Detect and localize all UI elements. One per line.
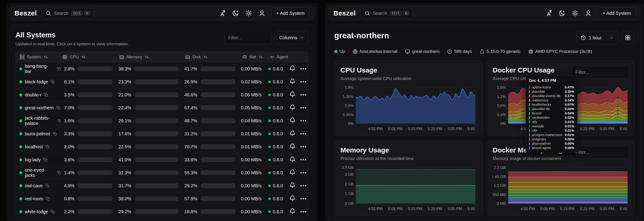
bell-icon[interactable] bbox=[289, 208, 296, 214]
row-menu-button[interactable]: ••• bbox=[300, 196, 308, 202]
settings-gear-icon[interactable] bbox=[245, 10, 252, 17]
system-row-one-eyed-jacks[interactable]: one-eyed-jacks 1.4% 32.3% 55.3% 0.00 MB/… bbox=[16, 166, 308, 179]
row-menu-button[interactable]: ••• bbox=[300, 79, 308, 85]
row-menu-button[interactable]: ••• bbox=[300, 131, 308, 137]
columns-button[interactable]: Columns bbox=[275, 31, 308, 44]
copy-icon[interactable] bbox=[53, 132, 57, 136]
server-icon bbox=[19, 54, 25, 60]
bell-icon[interactable] bbox=[289, 169, 296, 175]
layout-grid-button[interactable] bbox=[621, 31, 635, 45]
bell-icon[interactable] bbox=[289, 65, 296, 72]
cpu-bar bbox=[78, 118, 113, 123]
copy-icon[interactable] bbox=[50, 80, 55, 84]
net-value: 0.01 MB/s bbox=[241, 131, 268, 136]
system-row-jack-rabbits-palace[interactable]: jack-rabbits-palace 1.6% 26.1% 48.7% 0.0… bbox=[16, 114, 308, 127]
row-menu-button[interactable]: ••• bbox=[300, 157, 308, 163]
system-row-log-lady[interactable]: log-lady 3.6% 41.0% 33.8% 0.00 MB/s 0.8.… bbox=[16, 153, 308, 166]
bell-icon[interactable] bbox=[289, 156, 296, 162]
copy-icon[interactable] bbox=[50, 209, 55, 214]
memory-cell: 17.6% bbox=[118, 131, 184, 136]
row-menu-button[interactable]: ••• bbox=[300, 209, 308, 215]
system-row-double-r[interactable]: double-r 3.5% 21.0% 46.6% 0.06 MB/s 0.8.… bbox=[16, 88, 308, 101]
row-menu-button[interactable]: ••• bbox=[300, 118, 308, 124]
systems-filter-input[interactable] bbox=[224, 31, 272, 44]
meta-separator bbox=[443, 49, 443, 54]
row-menu-button[interactable]: ••• bbox=[300, 66, 308, 72]
add-system-button[interactable]: + Add System bbox=[272, 7, 309, 19]
bell-icon[interactable] bbox=[289, 182, 296, 188]
user-icon[interactable] bbox=[584, 10, 592, 17]
memory-value: 31.7% bbox=[118, 183, 131, 188]
series-value: 0.00% bbox=[565, 137, 574, 141]
series-color-chip bbox=[529, 146, 530, 149]
system-row-white-lodge[interactable]: white-lodge 2.2% 29.2% 19.8% 0.00 MB/s 0… bbox=[16, 205, 308, 218]
system-row-laura-palmer[interactable]: laura-palmer 3.3% 17.6% 31.2% 0.01 MB/s … bbox=[16, 127, 308, 140]
bell-icon[interactable] bbox=[289, 130, 296, 136]
bell-icon[interactable] bbox=[289, 104, 296, 111]
row-menu-button[interactable]: ••• bbox=[300, 183, 308, 189]
row-menu-button[interactable]: ••• bbox=[300, 92, 308, 98]
system-row-great-northern[interactable]: great-northern 7.0% 22.4% 67.4% 0.05 MB/… bbox=[16, 101, 308, 114]
copy-icon[interactable] bbox=[57, 67, 61, 71]
column-header-disk[interactable]: Disk bbox=[184, 54, 241, 60]
navbar: Beszel Search Ctrl K + Add System bbox=[328, 6, 641, 21]
chart-plot-cpu[interactable]: 1.8%1.35%0.9%0.45%0%4:55 PM5:05 PM5:15 P… bbox=[340, 86, 476, 133]
disk-bar bbox=[200, 170, 236, 175]
settings-gear-icon[interactable] bbox=[572, 10, 579, 17]
chart-plot-docker_mem[interactable]: 2.2 GB1.65 GB1.1 GB550 MB0 MB4:55 PM5:05… bbox=[493, 166, 628, 212]
column-header-system[interactable]: System bbox=[16, 54, 61, 60]
add-system-button[interactable]: + Add System bbox=[598, 7, 636, 19]
disk-bar bbox=[200, 157, 236, 162]
system-row-black-lodge[interactable]: black-lodge 6.1% 23.3% 26.9% 0.02 MB/s 0… bbox=[16, 75, 308, 88]
language-icon[interactable] bbox=[545, 10, 552, 17]
row-menu-button[interactable]: ••• bbox=[300, 144, 308, 150]
column-header-agent[interactable]: Agent bbox=[268, 54, 289, 60]
theme-moon-icon[interactable] bbox=[232, 10, 239, 17]
column-header-net[interactable]: Net bbox=[241, 54, 268, 60]
search-shortcut: Ctrl K bbox=[390, 11, 409, 16]
bell-icon[interactable] bbox=[289, 195, 296, 201]
copy-icon[interactable] bbox=[57, 171, 61, 175]
series-value: 0.04% bbox=[565, 107, 574, 111]
row-menu-button[interactable]: ••• bbox=[300, 105, 308, 111]
system-name: black-lodge bbox=[25, 79, 48, 85]
series-name: healthchecks bbox=[532, 103, 563, 106]
container-filter-input[interactable] bbox=[572, 66, 629, 79]
memory-value: 23.3% bbox=[118, 79, 131, 85]
disk-value: 70.7% bbox=[184, 144, 197, 149]
system-row-localhost[interactable]: localhost 2.0% 22.5% 70.7% 0.01 MB/s 0.8… bbox=[16, 140, 308, 153]
theme-moon-icon[interactable] bbox=[558, 10, 566, 17]
search-input[interactable]: Search Ctrl K bbox=[42, 8, 94, 19]
copy-icon[interactable] bbox=[58, 119, 61, 123]
container-filter-input[interactable] bbox=[572, 146, 629, 159]
column-header-cpu[interactable]: CPU bbox=[61, 54, 118, 60]
copy-icon[interactable] bbox=[45, 184, 50, 188]
copy-icon[interactable] bbox=[44, 93, 48, 97]
agent-status-dot bbox=[268, 159, 271, 161]
system-row-owl-cave[interactable]: owl-cave 4.9% 31.7% 29.2% 0.00 MB/s 0.8.… bbox=[16, 179, 308, 192]
disk-cell: 26.9% bbox=[184, 79, 241, 85]
svg-text:5:45 PM: 5:45 PM bbox=[620, 127, 628, 131]
column-header-memory[interactable]: Memory bbox=[118, 54, 184, 60]
chart-plot-mem[interactable]: 3.7 GB3 GB2 GB1 GB0 GB4:55 PM5:05 PM5:15… bbox=[340, 166, 476, 212]
copy-icon[interactable] bbox=[46, 197, 50, 201]
system-name: great-northern bbox=[25, 105, 54, 111]
cpu-cell: 2.2% bbox=[61, 209, 118, 214]
copy-icon[interactable] bbox=[56, 106, 60, 110]
search-input[interactable]: Search Ctrl K bbox=[361, 8, 412, 19]
time-range-select[interactable]: 1 hour bbox=[576, 31, 618, 45]
user-icon[interactable] bbox=[258, 10, 266, 17]
system-row-bang-bang-bar[interactable]: bang-bang-bar 2.8% 39.3% 41.7% 0.00 MB/s… bbox=[16, 62, 308, 75]
system-row-red-room[interactable]: red-room 0.8% 38.0% 57.9% 0.00 MB/s 0.8.… bbox=[16, 192, 308, 205]
language-icon[interactable] bbox=[219, 10, 226, 17]
status-dot bbox=[19, 197, 22, 200]
copy-icon[interactable] bbox=[45, 145, 50, 149]
series-name: phpmyadmin bbox=[532, 142, 563, 145]
copy-icon[interactable] bbox=[43, 158, 48, 162]
bell-icon[interactable] bbox=[289, 91, 296, 98]
bell-icon[interactable] bbox=[289, 143, 296, 149]
row-menu-button[interactable]: ••• bbox=[300, 170, 308, 176]
memory-cell: 23.3% bbox=[118, 79, 184, 85]
bell-icon[interactable] bbox=[289, 78, 296, 85]
bell-icon[interactable] bbox=[289, 117, 296, 123]
